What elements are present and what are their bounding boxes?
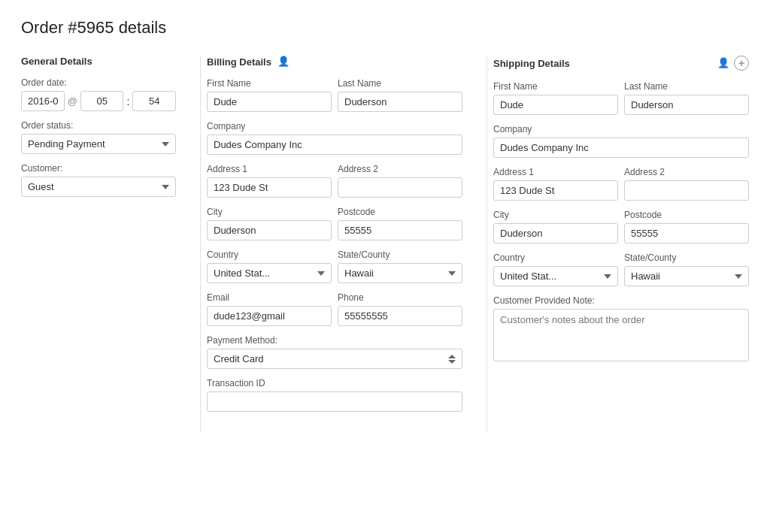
billing-lastname-label: Last Name [338, 78, 462, 89]
billing-firstname-label: First Name [207, 78, 332, 89]
at-sign: @ [68, 95, 77, 107]
shipping-postcode-input[interactable] [624, 223, 749, 243]
divider-general-billing [200, 56, 201, 431]
shipping-company-label: Company [493, 124, 749, 135]
billing-lastname-input[interactable] [338, 92, 462, 112]
customer-note-label: Customer Provided Note: [493, 295, 749, 306]
shipping-address2-input[interactable] [624, 180, 749, 201]
billing-address2-label: Address 2 [338, 164, 462, 174]
shipping-add-icon[interactable]: + [734, 56, 749, 71]
billing-address1-label: Address 1 [207, 164, 332, 174]
shipping-lastname-input[interactable] [624, 95, 749, 115]
shipping-person-icon: 👤 [717, 57, 729, 69]
billing-person-icon: 👤 [277, 56, 290, 68]
divider-billing-shipping [487, 56, 487, 431]
billing-country-label: Country [207, 249, 332, 260]
order-date-input[interactable] [21, 91, 65, 111]
billing-postcode-input[interactable] [338, 220, 462, 240]
shipping-address1-input[interactable] [493, 180, 618, 201]
billing-country-select[interactable]: United Stat... United Kingdom Canada [207, 263, 332, 283]
shipping-company-input[interactable] [493, 138, 749, 158]
billing-state-label: State/County [338, 249, 462, 260]
general-section-title: General Details [21, 56, 92, 67]
billing-firstname-input[interactable] [207, 92, 332, 112]
shipping-address2-label: Address 2 [624, 167, 749, 177]
shipping-firstname-input[interactable] [493, 95, 618, 115]
shipping-section-title: Shipping Details [493, 58, 570, 69]
shipping-address1-label: Address 1 [493, 167, 618, 177]
billing-section-title: Billing Details [207, 56, 271, 68]
payment-method-label: Payment Method: [207, 335, 462, 346]
shipping-country-label: Country [493, 252, 618, 263]
billing-address2-input[interactable] [338, 177, 462, 198]
customer-select[interactable]: Guest Registered Customer [21, 177, 176, 197]
billing-phone-input[interactable] [338, 306, 462, 326]
billing-address1-input[interactable] [207, 177, 332, 198]
billing-city-input[interactable] [207, 220, 332, 240]
shipping-lastname-label: Last Name [624, 81, 749, 92]
shipping-state-label: State/County [624, 252, 749, 263]
billing-state-select[interactable]: Hawaii California Texas [338, 263, 462, 283]
shipping-city-input[interactable] [493, 223, 618, 243]
billing-city-label: City [207, 207, 332, 217]
order-hour-input[interactable] [80, 91, 124, 111]
shipping-firstname-label: First Name [493, 81, 618, 92]
order-date-label: Order date: [21, 77, 176, 88]
billing-email-label: Email [207, 292, 332, 303]
time-colon: : [126, 95, 129, 107]
order-status-select[interactable]: Pending Payment Processing Completed Can… [21, 134, 176, 154]
order-minute-input[interactable] [132, 91, 176, 111]
payment-method-select[interactable]: Credit Card PayPal Bank Transfer Cash on… [207, 349, 462, 369]
billing-email-input[interactable] [207, 306, 332, 326]
billing-company-label: Company [207, 121, 462, 131]
billing-phone-label: Phone [338, 292, 462, 303]
billing-company-input[interactable] [207, 135, 462, 155]
order-status-label: Order status: [21, 120, 176, 131]
shipping-state-select[interactable]: Hawaii California Texas [624, 266, 749, 286]
transaction-id-label: Transaction ID [207, 378, 462, 388]
shipping-city-label: City [493, 210, 618, 220]
billing-postcode-label: Postcode [338, 207, 462, 217]
transaction-id-input[interactable] [207, 391, 462, 412]
shipping-country-select[interactable]: United Stat... United Kingdom Canada [493, 266, 618, 286]
customer-label: Customer: [21, 163, 176, 174]
customer-note-textarea[interactable] [493, 309, 749, 361]
shipping-postcode-label: Postcode [624, 210, 749, 220]
page-title: Order #5965 details [21, 18, 749, 38]
